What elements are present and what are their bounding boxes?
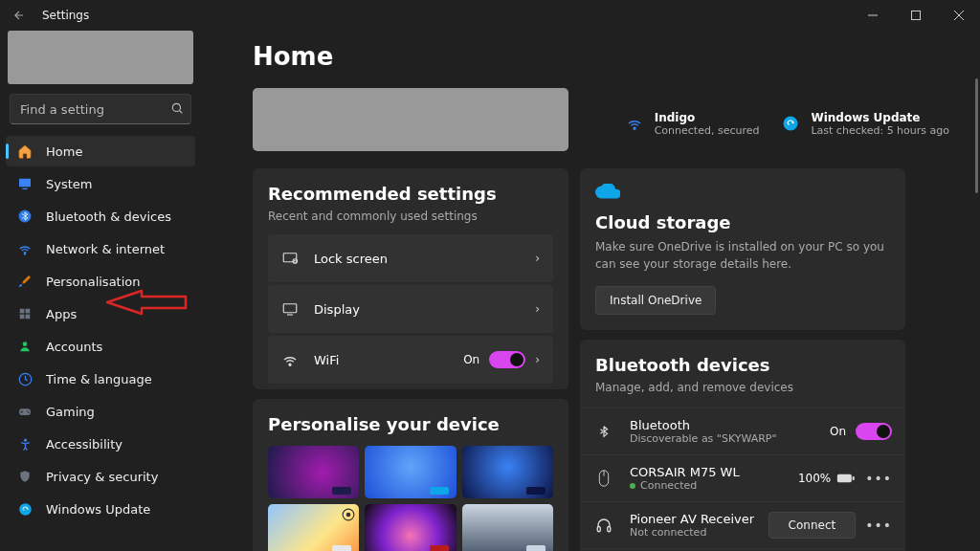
update-title: Windows Update [811, 111, 949, 124]
headphones-icon [593, 517, 614, 534]
svg-point-21 [634, 127, 635, 129]
svg-rect-35 [597, 527, 600, 532]
sidebar-item-accounts[interactable]: Accounts [6, 331, 195, 362]
sidebar-item-time-language[interactable]: Time & language [6, 364, 195, 394]
svg-rect-7 [22, 188, 27, 189]
sidebar-item-system[interactable]: System [6, 168, 195, 199]
svg-line-5 [180, 111, 183, 114]
more-button[interactable]: ••• [865, 518, 892, 533]
hero-block [253, 88, 568, 151]
sidebar-item-label: Accessibility [46, 437, 122, 452]
system-icon [17, 176, 33, 191]
sidebar-item-personalisation[interactable]: Personalisation [6, 266, 195, 297]
update-status-card[interactable]: Windows Update Last checked: 5 hours ago [782, 111, 949, 137]
device-row[interactable]: Pioneer AV Receiver Not connected Connec… [580, 501, 905, 548]
bluetooth-icon [593, 423, 614, 440]
wifi-name: Indigo [655, 111, 760, 124]
wifi-toggle[interactable] [489, 351, 525, 368]
wifi-status-card[interactable]: Indigo Connected, secured [626, 111, 760, 137]
maximize-button[interactable] [894, 0, 937, 31]
install-onedrive-button[interactable]: Install OneDrive [595, 286, 716, 315]
setting-label: Lock screen [314, 252, 535, 266]
theme-option[interactable] [268, 504, 359, 551]
theme-option[interactable] [268, 446, 359, 498]
svg-point-24 [293, 259, 298, 264]
svg-rect-34 [853, 475, 855, 479]
minimize-button[interactable] [851, 0, 894, 31]
lock-screen-icon [281, 250, 299, 267]
svg-point-20 [19, 503, 32, 516]
card-title: Recommended settings [268, 184, 553, 204]
sidebar-item-label: Apps [46, 307, 77, 321]
svg-rect-1 [911, 11, 920, 20]
sidebar-item-accessibility[interactable]: Accessibility [6, 429, 195, 459]
sidebar-item-label: Privacy & security [46, 470, 158, 484]
sidebar-item-apps[interactable]: Apps [6, 298, 195, 329]
bt-state: On [830, 425, 846, 438]
sidebar-item-network[interactable]: Network & internet [6, 233, 195, 264]
bt-label: Bluetooth [630, 418, 830, 432]
card-title: Cloud storage [595, 212, 890, 232]
bt-sub: Discoverable as "SKYWARP" [630, 432, 830, 445]
home-icon [17, 143, 33, 159]
wifi-state: Connected, secured [655, 124, 760, 137]
sidebar-item-label: Bluetooth & devices [46, 209, 171, 224]
setting-display[interactable]: Display › [268, 285, 553, 333]
sidebar-item-label: Personalisation [46, 275, 141, 289]
search-input[interactable] [10, 94, 191, 124]
scrollbar[interactable] [975, 78, 978, 193]
sidebar-item-home[interactable]: Home [6, 136, 195, 166]
svg-point-19 [23, 438, 26, 441]
theme-option[interactable] [462, 446, 553, 498]
svg-rect-12 [20, 315, 25, 320]
sidebar-item-label: Gaming [46, 405, 95, 419]
card-title: Personalise your device [268, 414, 553, 434]
device-row[interactable]: CORSAIR M75 WL Connected 100% ••• [580, 454, 905, 501]
theme-option[interactable] [462, 504, 553, 551]
bluetooth-devices-card: Bluetooth devices Manage, add, and remov… [580, 340, 905, 551]
sidebar-item-bluetooth[interactable]: Bluetooth & devices [6, 201, 195, 231]
theme-option[interactable] [365, 446, 456, 498]
profile-block[interactable] [8, 31, 193, 84]
svg-point-17 [27, 410, 29, 412]
update-icon [17, 501, 33, 517]
sidebar-item-privacy[interactable]: Privacy & security [6, 461, 195, 492]
sidebar-item-label: Windows Update [46, 502, 150, 517]
page-title: Home [253, 42, 965, 71]
wifi-icon [17, 241, 33, 256]
status-dot-icon [630, 483, 635, 489]
svg-point-18 [28, 412, 30, 414]
setting-lock-screen[interactable]: Lock screen › [268, 234, 553, 282]
wifi-icon [281, 351, 299, 368]
shield-icon [17, 469, 33, 484]
more-button[interactable]: ••• [865, 471, 892, 486]
svg-point-14 [23, 342, 28, 346]
setting-label: Display [314, 302, 535, 317]
svg-rect-36 [608, 527, 611, 532]
apps-icon [17, 306, 33, 321]
recommended-settings-card: Recommended settings Recent and commonly… [253, 168, 568, 389]
clock-globe-icon [17, 371, 33, 386]
sidebar-item-gaming[interactable]: Gaming [6, 396, 195, 427]
close-button[interactable] [937, 0, 980, 31]
svg-point-28 [289, 364, 291, 365]
svg-rect-6 [19, 179, 31, 187]
theme-option[interactable] [365, 504, 456, 551]
card-body: Make sure OneDrive is installed on your … [595, 238, 890, 273]
bluetooth-icon [17, 209, 33, 224]
svg-point-22 [784, 117, 798, 131]
sidebar-item-update[interactable]: Windows Update [6, 494, 195, 524]
device-battery: 100% [798, 472, 831, 485]
bluetooth-toggle-row[interactable]: Bluetooth Discoverable as "SKYWARP" On [580, 408, 905, 454]
sidebar-item-label: System [46, 177, 92, 191]
chevron-right-icon: › [535, 353, 540, 366]
update-icon [782, 115, 799, 132]
paintbrush-icon [17, 274, 33, 289]
bluetooth-toggle[interactable] [856, 423, 892, 440]
back-button[interactable] [8, 4, 31, 27]
connect-button[interactable]: Connect [768, 512, 857, 539]
card-subtitle: Manage, add, and remove devices [595, 381, 890, 394]
setting-wifi[interactable]: WiFi On › [268, 336, 553, 384]
sidebar-item-label: Network & internet [46, 242, 165, 256]
svg-point-4 [172, 103, 180, 111]
